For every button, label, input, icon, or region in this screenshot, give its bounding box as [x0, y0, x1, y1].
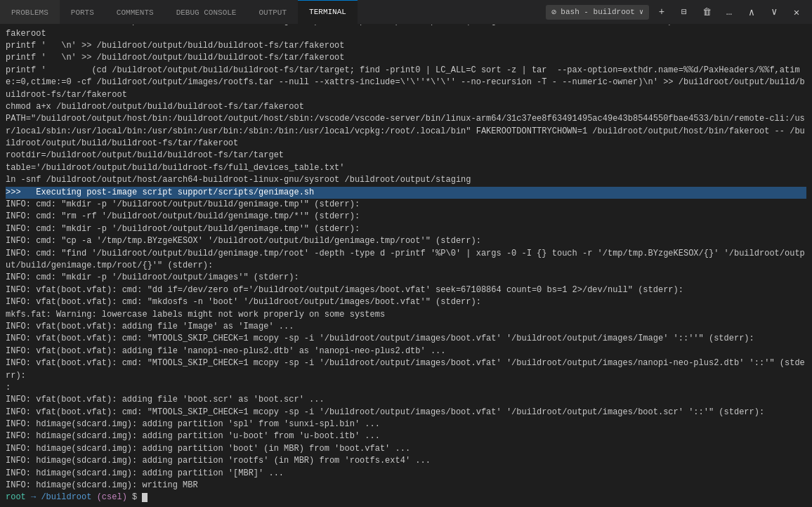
terminal-line: INFO: vfat(boot.vfat): adding file 'boot…: [6, 394, 806, 406]
terminal-line: >>> Executing post-image script support/…: [6, 187, 806, 199]
more-icon: …: [726, 6, 732, 18]
tab-problems[interactable]: PROBLEMS: [0, 0, 60, 24]
terminal-output[interactable]: > /buildroot/output/build/buildroot-fs/t…: [0, 25, 812, 507]
kill-terminal-button[interactable]: 🗑: [697, 2, 716, 22]
terminal-line: INFO: vfat(boot.vfat): cmd: "dd if=/dev/…: [6, 284, 806, 296]
tab-ports-label: PORTS: [71, 8, 94, 17]
tab-bar-right: ⊘ bash - buildroot ∨ + ⊟ 🗑 … ∧ ∧ ✕: [546, 0, 812, 24]
trash-icon: 🗑: [702, 7, 712, 18]
terminal-line: rootdir=/buildroot/output/build/buildroo…: [6, 150, 806, 162]
terminal-line: chmod a+x /buildroot/output/build/buildr…: [6, 101, 806, 113]
terminal-line: PATH="/buildroot/output/host/bin:/buildr…: [6, 113, 806, 150]
shell-label: bash - buildroot: [561, 8, 635, 16]
terminal-line: INFO: hdimage(sdcard.img): writing MBR: [6, 480, 806, 492]
plus-icon: +: [659, 6, 664, 18]
terminal-line: INFO: vfat(boot.vfat): cmd: "mkdosfs -n …: [6, 296, 806, 308]
terminal-line: echo "find /buildroot/output/build/build…: [6, 25, 806, 40]
terminal-line: INFO: cmd: "mkdir -p '/buildroot/output/…: [6, 223, 806, 235]
terminal-line: INFO: cmd: "find '/buildroot/output/buil…: [6, 248, 806, 272]
tab-comments[interactable]: COMMENTS: [105, 0, 165, 24]
terminal-line: INFO: hdimage(sdcard.img): adding partit…: [6, 443, 806, 455]
terminal-line: INFO: vfat(boot.vfat): adding file 'nano…: [6, 345, 806, 357]
split-icon: ⊟: [681, 6, 687, 18]
tab-output[interactable]: OUTPUT: [247, 0, 298, 24]
terminal-line: INFO: hdimage(sdcard.img): adding partit…: [6, 455, 806, 467]
new-terminal-button[interactable]: +: [652, 2, 672, 22]
terminal-line: INFO: hdimage(sdcard.img): adding partit…: [6, 468, 806, 480]
terminal-line: INFO: vfat(boot.vfat): cmd: "MTOOLS_SKIP…: [6, 357, 806, 382]
terminal-line: INFO: cmd: "mkdir -p '/buildroot/output/…: [6, 272, 806, 284]
terminal-line: INFO: vfat(boot.vfat): adding file 'Imag…: [6, 321, 806, 333]
terminal-line: INFO: vfat(boot.vfat): cmd: "MTOOLS_SKIP…: [6, 333, 806, 345]
close-panel-button[interactable]: ✕: [787, 2, 806, 22]
terminal-line: INFO: cmd: "rm -rf '/buildroot/output/bu…: [6, 211, 806, 223]
terminal-line: INFO: vfat(boot.vfat): cmd: "MTOOLS_SKIP…: [6, 407, 806, 419]
shell-icon: ⊘: [551, 7, 556, 18]
terminal-line: mkfs.fat: Warning: lowercase labels migh…: [6, 309, 806, 321]
tab-debug-console-label: DEBUG CONSOLE: [176, 8, 237, 17]
tab-debug-console[interactable]: DEBUG CONSOLE: [165, 0, 248, 24]
terminal-line: INFO: hdimage(sdcard.img): adding partit…: [6, 430, 806, 442]
chevron-up-icon: ∧: [749, 6, 754, 18]
terminal-line: printf ' \n' >> /buildroot/output/build/…: [6, 40, 806, 52]
tab-output-label: OUTPUT: [258, 8, 287, 17]
terminal-line: printf ' (cd /buildroot/output/build/bui…: [6, 65, 806, 101]
close-icon: ✕: [794, 6, 799, 18]
tab-comments-label: COMMENTS: [117, 8, 154, 17]
split-terminal-button[interactable]: ⊟: [674, 2, 694, 22]
terminal-line: printf ' \n' >> /buildroot/output/build/…: [6, 52, 806, 64]
shell-indicator[interactable]: ⊘ bash - buildroot ∨: [546, 5, 649, 20]
terminal-line: INFO: cmd: "mkdir -p '/buildroot/output/…: [6, 199, 806, 211]
tab-terminal-label: TERMINAL: [309, 8, 346, 16]
terminal-line: :: [6, 382, 806, 394]
terminal-line: INFO: cmd: "cp -a '/tmp/tmp.BYzgeKESOX' …: [6, 235, 806, 247]
tab-bar: PROBLEMS PORTS COMMENTS DEBUG CONSOLE OU…: [0, 0, 812, 25]
tab-problems-label: PROBLEMS: [11, 8, 48, 17]
terminal-prompt: root → /buildroot (csel) $: [6, 492, 806, 503]
tabs-left: PROBLEMS PORTS COMMENTS DEBUG CONSOLE OU…: [0, 0, 358, 24]
terminal-line: table='/buildroot/output/build/buildroot…: [6, 162, 806, 174]
tab-terminal[interactable]: TERMINAL: [298, 0, 358, 24]
chevron-down-icon: ∧: [771, 6, 777, 18]
tab-ports[interactable]: PORTS: [60, 0, 105, 24]
maximize-panel-button[interactable]: ∧: [764, 2, 784, 22]
terminal-line: ln -snf /buildroot/output/host/aarch64-b…: [6, 174, 806, 186]
minimize-panel-button[interactable]: ∧: [742, 2, 761, 22]
terminal-line: INFO: hdimage(sdcard.img): adding partit…: [6, 419, 806, 430]
chevron-down-icon: ∨: [639, 8, 643, 16]
more-actions-button[interactable]: …: [719, 2, 739, 22]
